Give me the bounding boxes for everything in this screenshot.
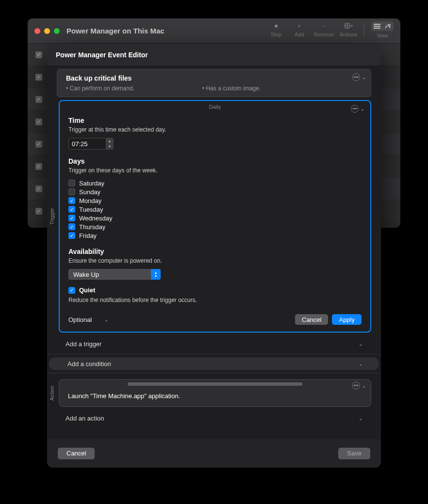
day-row[interactable]: Sunday (68, 187, 362, 196)
action-text: Launch "Time Machine.app" application. (68, 392, 362, 400)
time-stepper[interactable]: ▲ ▼ (106, 138, 114, 150)
toolbar-stop-label: Stop (271, 32, 282, 37)
time-heading: Time (68, 117, 362, 124)
toolbar-remove[interactable]: － Remove (314, 21, 334, 37)
day-label: Wednesday (79, 215, 112, 222)
check-icon: ✓ (35, 141, 42, 148)
summary-note-image: • Has a custom image. (202, 85, 261, 92)
action-side-label: Action (47, 376, 57, 410)
gear-icon: ▾ (344, 21, 353, 30)
chevron-down-icon: ⌄ (362, 383, 366, 388)
toolbar-actions[interactable]: ▾ Actions (340, 21, 357, 37)
toolbar-add[interactable]: ＋ Add (291, 21, 308, 37)
day-checkbox[interactable] (68, 180, 75, 186)
availability-heading: Availability (68, 248, 362, 255)
toolbar-actions-label: Actions (340, 32, 357, 37)
day-label: Saturday (79, 180, 104, 187)
availability-select[interactable]: Wake Up ▲▼ (68, 269, 161, 280)
check-icon: ✓ (35, 51, 42, 58)
trigger-apply-button[interactable]: Apply (332, 314, 362, 325)
event-summary-card: Back up critical files • Can perform on … (57, 69, 371, 97)
add-trigger-row[interactable]: Add a trigger ⌄ (57, 336, 371, 351)
trigger-more[interactable]: ••• ⌄ (351, 105, 364, 113)
minimize-icon[interactable] (44, 28, 50, 34)
stepper-down-icon[interactable]: ▼ (106, 144, 113, 149)
chevron-down-icon: ⌄ (359, 361, 362, 367)
optional-label: Optional (68, 316, 92, 323)
trigger-editor: Daily ••• ⌄ Time Trigger at this time ea… (59, 100, 371, 333)
day-row[interactable]: ✓Tuesday (68, 205, 362, 214)
check-icon: ✓ (35, 96, 42, 103)
chevron-down-icon: ⌄ (362, 75, 366, 80)
quiet-label: Quiet (79, 286, 95, 294)
toolbar: ■ Stop ＋ Add － Remove ▾ Actions (267, 21, 394, 38)
toolbar-remove-label: Remove (314, 32, 334, 37)
quiet-checkbox[interactable]: ✓ (68, 287, 75, 294)
close-icon[interactable] (34, 28, 40, 34)
stop-icon: ■ (272, 21, 280, 30)
day-row[interactable]: ✓Monday (68, 196, 362, 205)
stepper-up-icon[interactable]: ▲ (106, 138, 113, 144)
day-row[interactable]: ✓Wednesday (68, 214, 362, 222)
trigger-type-label: Daily (209, 104, 221, 110)
add-condition-row[interactable]: Add a condition ⌄ (49, 357, 379, 370)
sheet-save-button[interactable]: Save (338, 448, 370, 459)
ellipsis-icon: ••• (351, 105, 359, 113)
svg-rect-3 (374, 28, 380, 29)
check-icon: ✓ (35, 208, 42, 215)
day-checkbox[interactable]: ✓ (68, 223, 75, 230)
toolbar-stop[interactable]: ■ Stop (267, 21, 285, 37)
day-checkbox[interactable]: ✓ (68, 232, 75, 239)
chevron-down-icon: ⌄ (104, 317, 108, 322)
day-row[interactable]: Saturday (68, 179, 362, 187)
tools-view-icon[interactable] (383, 23, 392, 30)
svg-rect-1 (374, 24, 380, 25)
progress-bar-icon (128, 383, 302, 386)
window-title: Power Manager on This Mac (66, 27, 165, 35)
updown-caret-icon: ▲▼ (151, 269, 161, 280)
list-view-icon[interactable] (373, 23, 381, 30)
day-row[interactable]: ✓Friday (68, 231, 362, 240)
ellipsis-icon: ••• (352, 382, 360, 389)
day-label: Sunday (79, 188, 100, 196)
window-controls (34, 28, 60, 34)
check-icon: ✓ (35, 163, 42, 170)
availability-select-button[interactable]: Wake Up (68, 269, 161, 280)
zoom-icon[interactable] (54, 28, 60, 34)
plus-icon: ＋ (295, 21, 304, 30)
day-checkbox[interactable]: ✓ (68, 215, 75, 221)
check-icon: ✓ (35, 118, 42, 125)
day-label: Friday (79, 232, 97, 239)
day-checkbox[interactable]: ✓ (68, 206, 75, 213)
svg-rect-2 (374, 26, 380, 27)
day-row[interactable]: ✓Thursday (68, 222, 362, 231)
day-label: Monday (79, 197, 101, 204)
toolbar-separator (364, 23, 364, 38)
svg-point-4 (388, 24, 390, 26)
day-checkbox[interactable] (68, 188, 75, 195)
summary-more[interactable]: ••• ⌄ (352, 73, 366, 81)
optional-dropdown[interactable]: Optional ⌄ (68, 316, 108, 323)
minus-icon: － (319, 21, 328, 30)
event-editor-sheet: Power Manager Event Editor Back up criti… (47, 44, 381, 468)
add-action-row[interactable]: Add an action ⌄ (57, 411, 371, 425)
days-heading: Days (68, 157, 362, 165)
add-trigger-label: Add a trigger (66, 340, 101, 348)
view-segmented[interactable] (371, 21, 394, 31)
sheet-title-label: Power Manager Event Editor (56, 51, 148, 59)
sheet-footer: Cancel Save (47, 438, 381, 468)
toolbar-view[interactable]: View (371, 21, 394, 38)
time-input[interactable] (68, 138, 106, 150)
action-more[interactable]: ••• ⌄ (352, 382, 366, 389)
chevron-down-icon: ⌄ (359, 341, 362, 347)
sheet-cancel-button[interactable]: Cancel (58, 448, 95, 459)
event-name: Back up critical files (66, 74, 362, 82)
days-list: SaturdaySunday✓Monday✓Tuesday✓Wednesday✓… (68, 179, 362, 240)
trigger-cancel-button[interactable]: Cancel (295, 314, 328, 325)
day-checkbox[interactable]: ✓ (68, 197, 75, 204)
availability-sub: Ensure the computer is powered on. (68, 257, 362, 264)
chevron-down-icon: ⌄ (361, 106, 364, 112)
add-condition-label: Add a condition (67, 360, 111, 368)
toolbar-view-label: View (377, 33, 388, 38)
main-titlebar: Power Manager on This Mac ■ Stop ＋ Add －… (28, 18, 400, 44)
